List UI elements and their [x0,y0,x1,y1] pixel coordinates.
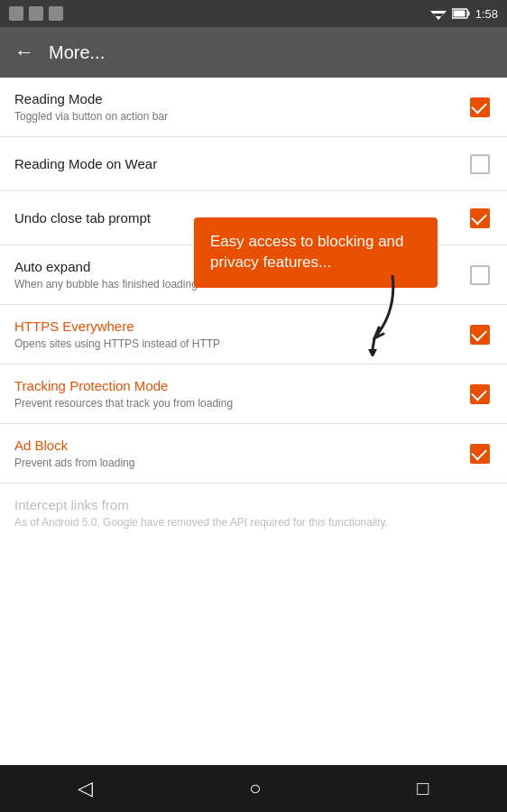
list-item[interactable]: Reading Mode on Wear [0,137,507,191]
row-subtitle: As of Android 5.0, Google have removed t… [14,516,493,531]
checkbox-container[interactable] [467,206,493,231]
back-button[interactable]: ← [14,41,34,64]
home-nav-button[interactable]: ○ [249,777,261,800]
app-icon-1 [9,6,23,21]
row-title: Ad Block [14,437,467,455]
svg-marker-10 [368,349,377,356]
wifi-icon [430,7,447,20]
checkbox-https-everywhere[interactable] [470,325,490,345]
checkbox-container[interactable] [467,382,493,407]
row-subtitle: Prevent ads from loading [14,457,467,471]
settings-content: Reading Mode Toggled via button on actio… [0,78,507,543]
row-subtitle: Prevent resources that track you from lo… [14,397,467,411]
list-item[interactable]: Reading Mode Toggled via button on actio… [0,78,507,137]
svg-rect-1 [29,6,43,21]
checkbox-undo-close[interactable] [470,208,490,228]
arrow-icon [338,275,410,356]
svg-rect-2 [49,6,63,21]
svg-line-9 [373,338,374,349]
row-text-reading-mode-wear: Reading Mode on Wear [14,155,467,173]
battery-icon [452,8,470,19]
checkbox-reading-mode[interactable] [470,97,490,117]
checkbox-tracking-protection[interactable] [470,384,490,404]
row-text-reading-mode: Reading Mode Toggled via button on actio… [14,90,467,124]
row-title: Intercept links from [14,496,493,514]
checkbox-auto-expand[interactable] [470,265,490,285]
row-text-ad-block: Ad Block Prevent ads from loading [14,437,467,470]
app-icon-3 [49,6,63,21]
app-icon-2 [29,6,43,21]
list-item[interactable]: HTTPS Everywhere Opens sites using HTTPS… [0,305,507,364]
svg-marker-5 [436,16,441,20]
tooltip-overlay: Easy access to blocking and privacy feat… [194,217,438,288]
row-text-intercept-links: Intercept links from As of Android 5.0, … [14,496,493,530]
status-bar-left [9,6,63,21]
tooltip-text: Easy access to blocking and privacy feat… [210,233,404,271]
svg-rect-8 [453,11,465,17]
page-title: More... [49,42,105,63]
row-title: Tracking Protection Mode [14,377,467,395]
time-display: 1:58 [475,7,498,21]
row-title: Reading Mode [14,90,467,108]
list-item[interactable]: Tracking Protection Mode Prevent resourc… [0,364,507,424]
status-bar: 1:58 [0,0,507,27]
svg-rect-7 [467,12,469,16]
checkbox-ad-block[interactable] [470,444,490,464]
back-nav-button[interactable]: ◁ [78,777,93,800]
checkbox-container[interactable] [467,152,493,177]
row-text-tracking-protection: Tracking Protection Mode Prevent resourc… [14,377,467,411]
checkbox-reading-mode-wear[interactable] [470,154,490,174]
checkbox-container[interactable] [467,322,493,347]
tooltip-arrow [338,275,410,360]
row-subtitle: Toggled via button on action bar [14,110,467,125]
list-item[interactable]: Ad Block Prevent ads from loading [0,424,507,484]
checkbox-container[interactable] [467,95,493,120]
action-bar: ← More... [0,27,507,78]
row-title: Reading Mode on Wear [14,155,467,173]
bottom-nav-bar: ◁ ○ □ [0,765,507,812]
svg-rect-0 [9,6,23,21]
recent-nav-button[interactable]: □ [417,777,429,800]
status-bar-right: 1:58 [430,7,498,21]
checkbox-container[interactable] [467,263,493,288]
list-item: Intercept links from As of Android 5.0, … [0,484,507,542]
checkbox-container[interactable] [467,441,493,466]
